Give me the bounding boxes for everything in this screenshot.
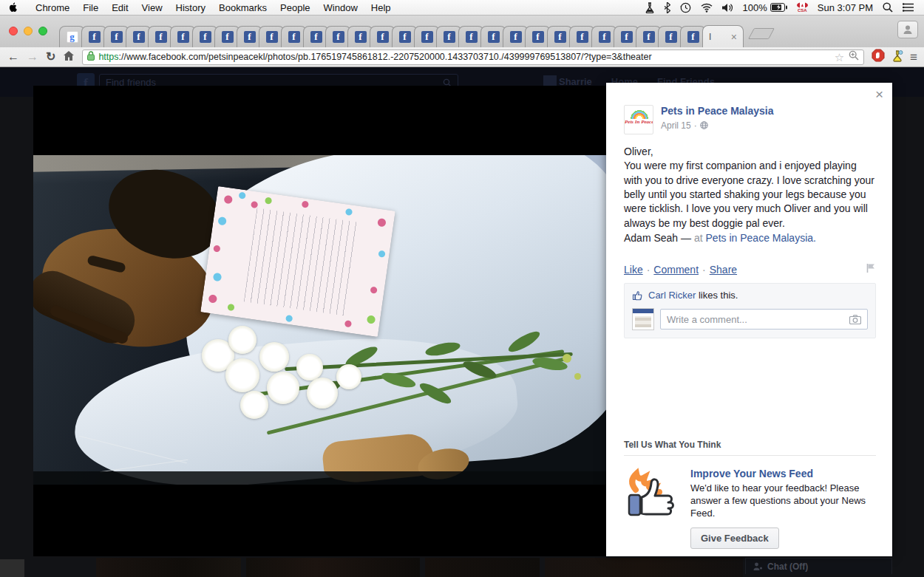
menu-item[interactable]: People bbox=[274, 2, 316, 13]
minimize-window-button[interactable] bbox=[24, 27, 33, 35]
give-feedback-button[interactable]: Give Feedback bbox=[690, 528, 779, 549]
theater-post-panel: × Pets In Peace Pets in Peace Malaysia A… bbox=[606, 83, 892, 556]
flower-leaf bbox=[506, 328, 542, 355]
url-text: https://www.facebook.com/petsinpeacekl/p… bbox=[98, 52, 830, 62]
feedback-card-title-link[interactable]: Improve Your News Feed bbox=[690, 468, 878, 479]
battery-indicator[interactable]: 100% bbox=[743, 2, 787, 13]
flower-blossom bbox=[296, 354, 323, 380]
feedback-card-content: Improve Your News Feed We'd like to hear… bbox=[690, 468, 878, 549]
theater-photo-stage[interactable] bbox=[33, 86, 606, 556]
divider bbox=[624, 455, 876, 456]
menu-item[interactable]: Help bbox=[364, 2, 398, 13]
home-button[interactable] bbox=[63, 50, 75, 64]
reload-button[interactable]: ↻ bbox=[46, 51, 55, 63]
flower-blossom bbox=[259, 342, 289, 372]
comment-input[interactable] bbox=[667, 314, 845, 325]
time-machine-icon[interactable] bbox=[680, 2, 691, 13]
comment-input-box[interactable] bbox=[660, 309, 868, 330]
tab-favicon bbox=[288, 31, 300, 43]
active-tab-title: I bbox=[709, 32, 711, 42]
feedback-section-title: Tell Us What You Think bbox=[624, 440, 876, 450]
apple-logo-icon[interactable] bbox=[9, 2, 18, 13]
back-button[interactable]: ← bbox=[7, 51, 19, 63]
feedback-card: Improve Your News Feed We'd like to hear… bbox=[624, 468, 876, 549]
battery-percent: 100% bbox=[743, 2, 767, 13]
likes-and-comment-box: Carl Ricker likes this. bbox=[624, 283, 876, 338]
zoom-window-button[interactable] bbox=[38, 27, 47, 35]
tab-favicon bbox=[554, 31, 566, 43]
post-text: Oliver, You were my first companion and … bbox=[624, 145, 876, 231]
input-source-label: CSA bbox=[798, 8, 807, 13]
tab-favicon bbox=[266, 31, 278, 43]
spotlight-icon[interactable] bbox=[883, 2, 893, 13]
window-controls bbox=[9, 27, 47, 35]
menu-item[interactable]: Bookmarks bbox=[212, 2, 274, 13]
tab-favicon bbox=[510, 31, 522, 43]
post-actions: Like · Comment · Share bbox=[606, 245, 892, 276]
zoom-page-icon[interactable] bbox=[849, 50, 859, 64]
new-tab-button[interactable] bbox=[748, 28, 775, 39]
tab-favicon bbox=[177, 31, 189, 43]
menu-clock[interactable]: Sun 3:07 PM bbox=[818, 2, 873, 13]
tab-favicon bbox=[155, 31, 167, 43]
comment-row bbox=[625, 305, 875, 338]
share-link[interactable]: Share bbox=[710, 264, 737, 276]
volume-icon[interactable] bbox=[722, 3, 733, 13]
tab-favicon bbox=[67, 31, 78, 43]
tab-favicon bbox=[421, 31, 433, 43]
menu-item[interactable]: File bbox=[76, 2, 105, 13]
photo-handwriting bbox=[244, 208, 359, 316]
post-header: Pets In Peace Pets in Peace Malaysia Apr… bbox=[606, 83, 892, 134]
post-attribution: Adam Seah — at Pets in Peace Malaysia. bbox=[624, 231, 876, 245]
close-window-button[interactable] bbox=[9, 27, 18, 35]
wifi-icon[interactable] bbox=[701, 3, 713, 13]
place-link[interactable]: Pets in Peace Malaysia. bbox=[706, 232, 816, 244]
tab-favicon bbox=[488, 31, 500, 43]
forward-button[interactable]: → bbox=[27, 51, 38, 63]
browser-tabs: I × bbox=[59, 25, 772, 47]
active-tab[interactable]: I × bbox=[702, 25, 744, 47]
feedback-card-body: We'd like to hear your feedback! Please … bbox=[690, 482, 878, 519]
tab-favicon bbox=[333, 31, 344, 43]
tab-favicon bbox=[222, 31, 234, 43]
flask-extension-icon[interactable] bbox=[891, 49, 903, 65]
tab-favicon bbox=[399, 31, 411, 43]
menu-item[interactable]: Chrome bbox=[29, 2, 76, 13]
person-icon bbox=[903, 24, 913, 35]
menu-item[interactable]: View bbox=[135, 2, 169, 13]
menu-item[interactable]: Window bbox=[317, 2, 364, 13]
post-date-link[interactable]: April 15 bbox=[661, 120, 691, 131]
globe-privacy-icon bbox=[700, 121, 708, 129]
page-name-link[interactable]: Pets in Peace Malaysia bbox=[661, 105, 774, 118]
tab-favicon bbox=[355, 31, 367, 43]
flower-blossom bbox=[225, 358, 259, 392]
url-rest: ://www.facebook.com/petsinpeacekl/photos… bbox=[119, 52, 652, 62]
chrome-menu-icon[interactable]: ≡ bbox=[910, 51, 917, 64]
theater-close-icon[interactable]: × bbox=[875, 87, 883, 101]
menu-item[interactable]: Edit bbox=[105, 2, 135, 13]
comment-link[interactable]: Comment bbox=[653, 264, 699, 276]
liker-link[interactable]: Carl Ricker bbox=[648, 290, 696, 301]
hand-stop-extension-icon[interactable] bbox=[872, 49, 885, 65]
bluetooth-icon[interactable] bbox=[664, 2, 670, 13]
bookmark-star-icon[interactable]: ☆ bbox=[835, 52, 844, 63]
address-bar[interactable]: https://www.facebook.com/petsinpeacekl/p… bbox=[82, 49, 864, 65]
like-link[interactable]: Like bbox=[624, 264, 643, 276]
browser-profile-button[interactable] bbox=[897, 21, 918, 38]
input-source-flag-icon[interactable]: CSA bbox=[797, 2, 808, 13]
photo-thumbnail-dimmed bbox=[96, 558, 241, 577]
likes-text: Carl Ricker likes this. bbox=[648, 290, 738, 301]
tab-favicon bbox=[244, 31, 256, 43]
menu-item[interactable]: History bbox=[169, 2, 212, 13]
feedback-section: Tell Us What You Think Improve Your News… bbox=[624, 440, 876, 549]
tab-favicon bbox=[643, 31, 655, 43]
flask-icon[interactable] bbox=[645, 2, 654, 13]
tab-favicon bbox=[310, 31, 322, 43]
notification-center-icon[interactable] bbox=[903, 3, 914, 12]
report-flag-icon[interactable] bbox=[866, 263, 876, 276]
page-avatar[interactable]: Pets In Peace bbox=[624, 105, 653, 134]
photo-thumbnail-dimmed bbox=[545, 558, 743, 577]
tab-close-icon[interactable]: × bbox=[731, 31, 737, 43]
photo-dog-memorial bbox=[33, 155, 606, 485]
tab-favicon bbox=[444, 31, 455, 43]
